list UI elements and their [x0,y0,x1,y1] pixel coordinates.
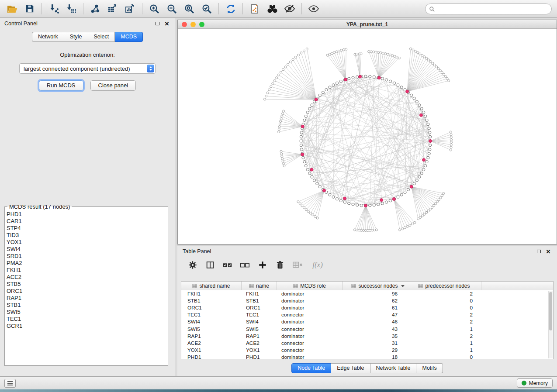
table-cell[interactable]: SWI5 [242,326,277,332]
table-cell[interactable]: 43 [343,326,407,332]
mcds-result-item[interactable]: ORC1 [7,288,166,295]
table-cell[interactable]: SWI5 [181,326,242,332]
close-table-panel-icon[interactable]: ✕ [545,248,552,255]
table-cell[interactable]: ORC1 [181,305,242,311]
table-cell[interactable]: STB1 [181,298,242,304]
table-cell[interactable]: connector [277,312,343,318]
table-cell[interactable]: connector [277,326,343,332]
table-cell[interactable]: PHD1 [181,354,242,359]
table-scrollbar-thumb[interactable] [549,292,552,330]
table-cell[interactable]: 2 [407,312,481,318]
table-cell[interactable]: 47 [343,312,407,318]
table-cell[interactable]: dominator [277,291,343,297]
mcds-result-item[interactable]: STB1 [7,302,166,309]
table-row[interactable]: RAP1RAP1dominator352 [181,333,553,340]
network-window-titlebar[interactable]: YPA_prune.txt_1 [178,20,557,29]
mcds-result-item[interactable]: GCR1 [7,323,166,330]
column-header-name[interactable]: name [242,282,277,290]
criterion-dropdown[interactable]: largest connected component (undirected) [19,63,156,74]
table-row[interactable]: PHD1PHD1dominator180 [181,354,553,359]
export-network-button[interactable] [86,1,104,16]
table-scrollbar[interactable] [548,291,553,358]
table-cell[interactable]: 0 [407,354,481,359]
table-cell[interactable]: connector [277,340,343,346]
mcds-result-item[interactable]: TID3 [7,232,166,239]
share-document-button[interactable] [246,1,263,16]
search-network-button[interactable] [263,1,281,16]
tab-select[interactable]: Select [88,32,115,42]
mcds-result-item[interactable]: TEC1 [7,316,166,323]
table-cell[interactable]: 35 [343,333,407,339]
mcds-result-item[interactable]: SRD1 [7,253,166,260]
close-panel-button[interactable]: Close panel [90,80,136,91]
column-header-predecessor-nodes[interactable]: predecessor nodes [407,282,481,290]
refresh-button[interactable] [222,1,239,16]
table-cell[interactable]: 2 [407,291,481,297]
mcds-result-item[interactable]: YOX1 [7,239,166,246]
tab-node-table[interactable]: Node Table [291,363,331,373]
table-cell[interactable]: 2 [407,333,481,339]
table-cell[interactable]: 62 [343,298,407,304]
mcds-result-item[interactable]: CAR1 [7,218,166,225]
mcds-result-item[interactable]: RAP1 [7,295,166,302]
table-cell[interactable]: ACE2 [181,340,242,346]
table-cell[interactable]: dominator [277,354,343,359]
deselect-all-button[interactable] [239,258,252,272]
table-row[interactable]: ORC1ORC1dominator610 [181,304,553,311]
table-cell[interactable]: dominator [277,305,343,311]
table-cell[interactable]: 0 [407,298,481,304]
delete-table-button[interactable] [291,258,304,272]
table-cell[interactable]: 0 [407,305,481,311]
table-cell[interactable]: connector [277,347,343,353]
table-cell[interactable]: SWI4 [181,319,242,325]
zoom-selected-button[interactable] [198,1,215,16]
export-table-button[interactable] [104,1,121,16]
table-cell[interactable]: 1 [407,347,481,353]
float-table-panel-icon[interactable] [535,248,542,255]
tab-network-table[interactable]: Network Table [370,363,417,373]
table-cell[interactable]: SWI4 [242,319,277,325]
table-cell[interactable]: TEC1 [242,312,277,318]
table-cell[interactable]: RAP1 [181,333,242,339]
table-cell[interactable]: 18 [343,354,407,359]
table-cell[interactable]: YOX1 [242,347,277,353]
show-panel-button[interactable] [305,1,322,16]
mcds-result-item[interactable]: ACE2 [7,274,166,281]
table-cell[interactable]: FKH1 [181,291,242,297]
save-session-button[interactable] [21,1,38,16]
zoom-in-button[interactable] [145,1,163,16]
table-cell[interactable]: 29 [343,347,407,353]
table-cell[interactable]: RAP1 [242,333,277,339]
close-panel-icon[interactable]: ✕ [163,20,170,27]
mcds-result-item[interactable]: STP4 [7,225,166,232]
import-table-button[interactable] [62,1,80,16]
tab-mcds[interactable]: MCDS [115,32,143,42]
table-cell[interactable]: 2 [407,319,481,325]
import-network-button[interactable] [45,1,62,16]
tab-edge-table[interactable]: Edge Table [331,363,370,373]
table-row[interactable]: FKH1FKH1dominator962 [181,290,553,297]
column-header-successor-nodes[interactable]: successor nodes [343,282,407,290]
table-row[interactable]: TEC1TEC1connector472 [181,311,553,318]
table-cell[interactable]: PHD1 [242,354,277,359]
open-file-button[interactable] [3,1,21,16]
table-cell[interactable]: 46 [343,319,407,325]
table-cell[interactable]: TEC1 [181,312,242,318]
delete-column-button[interactable] [273,258,287,272]
table-cell[interactable]: dominator [277,298,343,304]
table-row[interactable]: SWI4SWI4dominator462 [181,318,553,325]
add-column-button[interactable] [256,258,269,272]
table-cell[interactable]: 96 [343,291,407,297]
table-cell[interactable]: FKH1 [242,291,277,297]
mcds-result-list[interactable]: PHD1CAR1STP4TID3YOX1SWI4SRD1PMA2FKH1ACE2… [5,210,168,354]
tab-motifs[interactable]: Motifs [416,363,443,373]
memory-button[interactable]: Memory [517,378,553,388]
zoom-fit-button[interactable] [180,1,198,16]
table-cell[interactable]: ACE2 [242,340,277,346]
table-cell[interactable]: STB1 [242,298,277,304]
table-cell[interactable]: dominator [277,319,343,325]
column-header-shared-name[interactable]: shared name [181,282,242,290]
select-all-button[interactable] [221,258,234,272]
mcds-result-item[interactable]: PMA2 [7,260,166,267]
table-cell[interactable]: ORC1 [242,305,277,311]
